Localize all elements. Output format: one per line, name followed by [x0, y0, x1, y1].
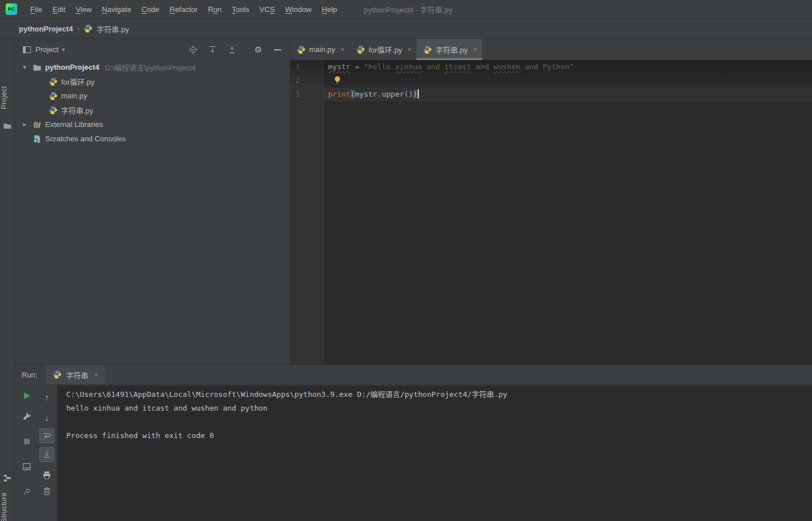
- code-token: and: [471, 62, 494, 71]
- tree-item[interactable]: ▸External Libraries: [15, 117, 289, 132]
- python-file-icon: [297, 45, 306, 54]
- python-file-icon: [83, 24, 93, 33]
- chevron-down-icon[interactable]: ▾: [62, 46, 65, 53]
- print-button[interactable]: [40, 468, 54, 482]
- down-stack-button[interactable]: ↓: [40, 411, 54, 424]
- console-line: C:\Users\61491\AppData\Local\Microsoft\W…: [66, 388, 812, 401]
- library-icon: [33, 120, 42, 129]
- folder-icon[interactable]: [3, 121, 12, 130]
- python-icon: [49, 106, 58, 115]
- menu-bar: PC FileEditViewNavigateCodeRefactorRunTo…: [0, 0, 812, 19]
- menu-tools[interactable]: Tools: [227, 3, 254, 15]
- breadcrumb: pythonProject4 › 字符串.py: [0, 19, 812, 39]
- run-tab-label: 字符串: [66, 369, 88, 380]
- pin-tab-button[interactable]: [20, 485, 34, 499]
- breadcrumb-separator-icon: ›: [77, 24, 80, 33]
- tree-item[interactable]: main.py: [15, 89, 289, 103]
- clear-all-button[interactable]: [40, 484, 54, 498]
- editor-tab[interactable]: 字符串.py×: [417, 39, 482, 60]
- line-number[interactable]: 3: [290, 88, 323, 101]
- project-toolwindow-icon: [22, 45, 31, 54]
- run-panel-header: Run: 字符串 ×: [15, 365, 812, 385]
- code-token: (: [404, 90, 409, 98]
- run-console[interactable]: C:\Users\61491\AppData\Local\Microsoft\W…: [57, 385, 812, 521]
- menu-run[interactable]: Run: [203, 3, 227, 15]
- wrench-settings-button[interactable]: [20, 409, 34, 423]
- python-icon: [49, 92, 58, 101]
- chevron-right-icon[interactable]: ▸: [20, 121, 29, 128]
- tree-item-path: D:\编程语言\pythonProject4: [105, 62, 196, 73]
- tree-item[interactable]: 字符串.py: [15, 103, 289, 117]
- run-tab[interactable]: 字符串 ×: [46, 365, 105, 384]
- tree-item-label: External Libraries: [45, 120, 103, 129]
- code-editor[interactable]: mystr = "hello xinhua and itcast and wus…: [324, 60, 812, 364]
- project-panel-header: Project ▾ ⚙: [15, 39, 289, 60]
- menu-code[interactable]: Code: [137, 3, 165, 15]
- up-stack-button[interactable]: ↑: [40, 390, 54, 404]
- restore-layout-button[interactable]: [20, 460, 34, 474]
- code-line: print(mystr.upper()): [324, 88, 812, 101]
- structure-icon[interactable]: [3, 474, 12, 483]
- menu-help[interactable]: Help: [317, 3, 342, 15]
- python-file-icon: [423, 45, 432, 54]
- code-token: mystr.upper: [355, 90, 404, 98]
- intention-bulb-icon[interactable]: [333, 75, 342, 89]
- editor-tab[interactable]: main.py×: [290, 39, 350, 60]
- code-token: (: [350, 90, 355, 98]
- run-panel: Run: 字符串 × ↑ ↓: [15, 364, 812, 521]
- editor-tab[interactable]: for循环.py×: [350, 39, 417, 60]
- code-token: itcast: [445, 62, 471, 71]
- collapse-all-icon[interactable]: [227, 45, 237, 54]
- editor-body: 123 mystr = "hello xinhua and itcast and…: [290, 60, 812, 364]
- tree-item[interactable]: ▾pythonProject4D:\编程语言\pythonProject4: [15, 60, 289, 74]
- hide-panel-icon[interactable]: [273, 45, 282, 54]
- tab-close-icon[interactable]: ×: [407, 45, 412, 54]
- menu-items: FileEditViewNavigateCodeRefactorRunTools…: [25, 3, 342, 15]
- expand-all-icon[interactable]: [208, 45, 217, 54]
- folder-icon: [33, 63, 42, 72]
- locate-file-icon[interactable]: [189, 45, 198, 54]
- editor-gutter[interactable]: 123: [290, 60, 324, 364]
- code-token: ): [413, 90, 418, 98]
- tree-item-label: for循环.py: [61, 76, 95, 87]
- menu-vcs[interactable]: VCS: [254, 3, 280, 15]
- python-file-icon: [356, 45, 365, 54]
- soft-wrap-button[interactable]: [40, 429, 54, 443]
- tab-close-icon[interactable]: ×: [94, 371, 98, 379]
- code-token: xinhua: [395, 62, 422, 71]
- code-token: "hello: [364, 62, 395, 71]
- console-line: [66, 415, 812, 429]
- menu-file[interactable]: File: [25, 3, 47, 15]
- menu-refactor[interactable]: Refactor: [165, 3, 203, 15]
- menu-navigate[interactable]: Navigate: [97, 3, 136, 15]
- console-line: hello xinhua and itcast and wushen and p…: [66, 401, 812, 415]
- left-tool-stripe: Project Structure tes: [0, 39, 15, 521]
- pycharm-logo-icon: PC: [6, 3, 17, 15]
- scroll-to-end-button[interactable]: [40, 448, 54, 462]
- code-token: mystr: [328, 62, 350, 71]
- tree-item[interactable]: for循环.py: [15, 74, 289, 89]
- menu-edit[interactable]: Edit: [47, 3, 70, 15]
- project-panel-title[interactable]: Project: [35, 45, 58, 54]
- menu-view[interactable]: View: [70, 3, 97, 15]
- tab-close-icon[interactable]: ×: [341, 45, 345, 54]
- tab-close-icon[interactable]: ×: [473, 45, 478, 54]
- stripe-project-button[interactable]: Project: [0, 81, 15, 114]
- menu-window[interactable]: Window: [280, 3, 317, 15]
- tree-item[interactable]: Scratches and Consoles: [15, 132, 289, 146]
- chevron-down-icon[interactable]: ▾: [20, 63, 29, 71]
- run-panel-title: Run:: [22, 371, 37, 379]
- tree-item-label: 字符串.py: [61, 105, 93, 116]
- line-number[interactable]: 1: [290, 60, 323, 74]
- project-panel: Project ▾ ⚙ ▾pythonProject4D:\编程语言\pytho…: [15, 39, 290, 364]
- editor-tab-bar: main.py×for循环.py×字符串.py×: [290, 39, 812, 60]
- code-token: and Python": [521, 62, 574, 71]
- line-number[interactable]: 2: [290, 74, 323, 88]
- window-title: pythonProject4 - 字符串.py: [364, 4, 453, 15]
- settings-gear-icon[interactable]: ⚙: [254, 45, 263, 54]
- breadcrumb-project[interactable]: pythonProject4: [19, 25, 73, 33]
- rerun-button[interactable]: [20, 389, 34, 403]
- stop-button[interactable]: [20, 435, 34, 448]
- breadcrumb-file[interactable]: 字符串.py: [97, 23, 129, 34]
- stripe-structure-button[interactable]: Structure: [0, 488, 15, 521]
